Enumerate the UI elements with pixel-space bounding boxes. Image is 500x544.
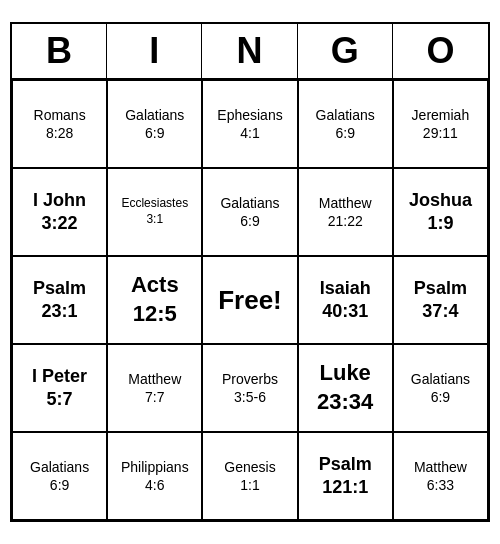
- header-letter: B: [12, 24, 107, 78]
- bingo-cell: Matthew6:33: [393, 432, 488, 520]
- bingo-cell: Galatians6:9: [202, 168, 297, 256]
- bingo-cell: Romans8:28: [12, 80, 107, 168]
- cell-content: Proverbs3:5-6: [222, 370, 278, 406]
- cell-content: Psalm37:4: [414, 277, 467, 324]
- bingo-cell: Joshua1:9: [393, 168, 488, 256]
- cell-content: Galatians6:9: [316, 106, 375, 142]
- cell-content: Psalm23:1: [33, 277, 86, 324]
- bingo-cell: Luke23:34: [298, 344, 393, 432]
- bingo-header: BINGO: [12, 24, 488, 80]
- header-letter: I: [107, 24, 202, 78]
- cell-content: I Peter5:7: [32, 365, 87, 412]
- cell-content: Luke23:34: [317, 359, 373, 416]
- bingo-cell: Psalm37:4: [393, 256, 488, 344]
- bingo-cell: Philippians4:6: [107, 432, 202, 520]
- bingo-cell: Proverbs3:5-6: [202, 344, 297, 432]
- free-space-label: Free!: [218, 285, 282, 316]
- cell-content: Galatians6:9: [30, 458, 89, 494]
- cell-content: Genesis1:1: [224, 458, 275, 494]
- cell-content: Jeremiah29:11: [412, 106, 470, 142]
- cell-content: I John3:22: [33, 189, 86, 236]
- cell-content: Galatians6:9: [125, 106, 184, 142]
- bingo-cell: Free!: [202, 256, 297, 344]
- bingo-cell: Acts12:5: [107, 256, 202, 344]
- cell-content: Matthew6:33: [414, 458, 467, 494]
- bingo-cell: Ecclesiastes3:1: [107, 168, 202, 256]
- bingo-cell: Jeremiah29:11: [393, 80, 488, 168]
- bingo-cell: Galatians6:9: [298, 80, 393, 168]
- bingo-grid: Romans8:28Galatians6:9Ephesians4:1Galati…: [12, 80, 488, 520]
- bingo-cell: Galatians6:9: [12, 432, 107, 520]
- cell-content: Isaiah40:31: [320, 277, 371, 324]
- cell-content: Galatians6:9: [220, 194, 279, 230]
- header-letter: O: [393, 24, 488, 78]
- bingo-cell: Genesis1:1: [202, 432, 297, 520]
- bingo-cell: Psalm121:1: [298, 432, 393, 520]
- header-letter: N: [202, 24, 297, 78]
- cell-content: Acts12:5: [131, 271, 179, 328]
- cell-content: Matthew21:22: [319, 194, 372, 230]
- bingo-cell: Psalm23:1: [12, 256, 107, 344]
- cell-content: Philippians4:6: [121, 458, 189, 494]
- bingo-cell: Matthew7:7: [107, 344, 202, 432]
- bingo-cell: I Peter5:7: [12, 344, 107, 432]
- header-letter: G: [298, 24, 393, 78]
- cell-content: Romans8:28: [34, 106, 86, 142]
- cell-content: Matthew7:7: [128, 370, 181, 406]
- cell-content: Joshua1:9: [409, 189, 472, 236]
- bingo-cell: Galatians6:9: [393, 344, 488, 432]
- bingo-cell: I John3:22: [12, 168, 107, 256]
- cell-content: Ephesians4:1: [217, 106, 282, 142]
- bingo-card: BINGO Romans8:28Galatians6:9Ephesians4:1…: [10, 22, 490, 522]
- cell-content: Galatians6:9: [411, 370, 470, 406]
- cell-content: Psalm121:1: [319, 453, 372, 500]
- bingo-cell: Galatians6:9: [107, 80, 202, 168]
- bingo-cell: Isaiah40:31: [298, 256, 393, 344]
- cell-content: Ecclesiastes3:1: [121, 196, 188, 227]
- bingo-cell: Ephesians4:1: [202, 80, 297, 168]
- bingo-cell: Matthew21:22: [298, 168, 393, 256]
